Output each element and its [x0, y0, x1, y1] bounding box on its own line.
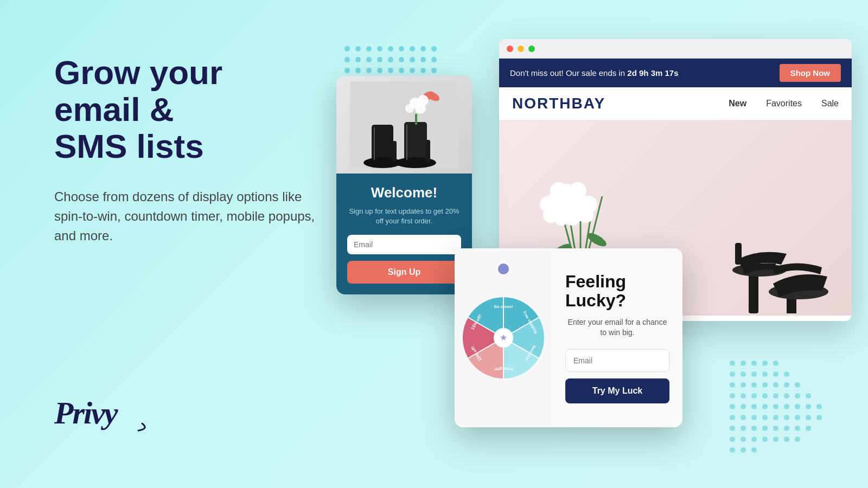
svg-point-8 [431, 46, 437, 52]
svg-point-58 [751, 393, 757, 399]
svg-point-56 [730, 393, 735, 399]
svg-point-68 [773, 404, 778, 409]
browser-nav: NorthBay New Favorites Sale [499, 87, 852, 120]
svg-point-19 [355, 68, 361, 73]
svg-point-4 [388, 46, 393, 52]
svg-point-81 [816, 415, 822, 420]
spin-popup: 15% off! So close! Free shipping Next ti… [455, 248, 682, 427]
svg-point-48 [784, 371, 789, 377]
svg-point-15 [410, 57, 415, 62]
svg-point-7 [420, 46, 426, 52]
popup-subtitle: Sign up for text updates to get 20% off … [347, 207, 461, 226]
svg-point-11 [366, 57, 372, 62]
svg-point-40 [751, 361, 757, 366]
svg-text:So close!: So close! [494, 304, 513, 309]
svg-point-65 [741, 404, 746, 409]
svg-point-9 [344, 57, 350, 62]
svg-point-0 [344, 46, 350, 52]
brand-name: NorthBay [512, 95, 729, 112]
svg-rect-134 [404, 122, 427, 163]
svg-point-92 [751, 436, 757, 442]
svg-point-24 [410, 68, 415, 73]
svg-point-26 [431, 68, 437, 73]
svg-point-70 [795, 404, 800, 409]
svg-point-86 [773, 426, 778, 431]
svg-rect-136 [426, 140, 430, 163]
svg-point-61 [784, 393, 789, 399]
hero-subtitle: Choose from dozens of display options li… [54, 187, 326, 246]
svg-point-2 [366, 46, 372, 52]
svg-point-51 [751, 382, 757, 388]
svg-rect-145 [415, 114, 417, 125]
svg-point-99 [751, 447, 757, 453]
announcement-text: Don't miss out! Our sale ends in 2d 9h 3… [510, 68, 679, 78]
svg-point-144 [405, 104, 414, 113]
svg-point-88 [795, 426, 800, 431]
popup-email-input[interactable] [347, 235, 461, 254]
svg-point-14 [399, 57, 404, 62]
svg-point-69 [784, 404, 789, 409]
svg-point-64 [730, 404, 735, 409]
svg-point-94 [773, 436, 778, 442]
nav-item-new[interactable]: New [729, 99, 746, 108]
svg-point-44 [741, 371, 746, 377]
svg-point-82 [730, 426, 735, 431]
svg-point-83 [741, 426, 746, 431]
popup-signup-button[interactable]: Sign Up [347, 261, 461, 284]
svg-point-74 [741, 415, 746, 420]
svg-point-42 [773, 361, 778, 366]
svg-point-90 [730, 436, 735, 442]
svg-point-1 [355, 46, 361, 52]
svg-text:★: ★ [500, 333, 507, 342]
spin-email-input[interactable] [565, 349, 669, 372]
svg-point-119 [550, 182, 567, 200]
hero-title: Grow your email & SMS lists [54, 54, 326, 165]
svg-point-121 [543, 208, 558, 223]
spin-content: Feeling Lucky? Enter your email for a ch… [552, 248, 682, 427]
announcement-bar: Don't miss out! Our sale ends in 2d 9h 3… [499, 59, 852, 87]
svg-point-66 [751, 404, 757, 409]
svg-point-59 [762, 393, 768, 399]
svg-point-17 [431, 57, 437, 62]
nav-item-sale[interactable]: Sale [821, 99, 839, 108]
svg-point-98 [741, 447, 746, 453]
nav-item-favorites[interactable]: Favorites [766, 99, 802, 108]
svg-point-43 [730, 371, 735, 377]
svg-point-77 [773, 415, 778, 420]
svg-text:Free gift!: Free gift! [494, 367, 513, 371]
svg-point-21 [377, 68, 382, 73]
svg-point-55 [795, 382, 800, 388]
shop-now-button[interactable]: Shop Now [780, 64, 841, 82]
svg-point-118 [569, 182, 586, 200]
svg-point-62 [795, 393, 800, 399]
svg-point-45 [751, 371, 757, 377]
svg-point-93 [762, 436, 768, 442]
popup-body: Welcome! Sign up for text updates to get… [336, 174, 472, 294]
nav-links: New Favorites Sale [729, 99, 839, 108]
svg-point-80 [806, 415, 811, 420]
try-my-luck-button[interactable]: Try My Luck [565, 378, 669, 403]
shoe-decoration [711, 140, 852, 316]
popup-image [336, 76, 472, 174]
svg-point-20 [366, 68, 372, 73]
svg-point-89 [806, 426, 811, 431]
svg-point-76 [762, 415, 768, 420]
svg-point-49 [730, 382, 735, 388]
svg-point-91 [741, 436, 746, 442]
svg-point-18 [344, 68, 350, 73]
privy-logo: Privy [54, 388, 163, 434]
popup-title: Welcome! [347, 184, 461, 201]
svg-point-73 [730, 415, 735, 420]
dot-decoration-bottom [727, 358, 846, 466]
svg-point-57 [741, 393, 746, 399]
svg-point-146 [498, 264, 509, 274]
svg-point-87 [784, 426, 789, 431]
svg-point-22 [388, 68, 393, 73]
svg-rect-132 [392, 141, 397, 163]
svg-point-54 [784, 382, 789, 388]
svg-point-85 [762, 426, 768, 431]
svg-point-6 [410, 46, 415, 52]
svg-point-67 [762, 404, 768, 409]
svg-point-79 [795, 415, 800, 420]
svg-point-16 [420, 57, 426, 62]
